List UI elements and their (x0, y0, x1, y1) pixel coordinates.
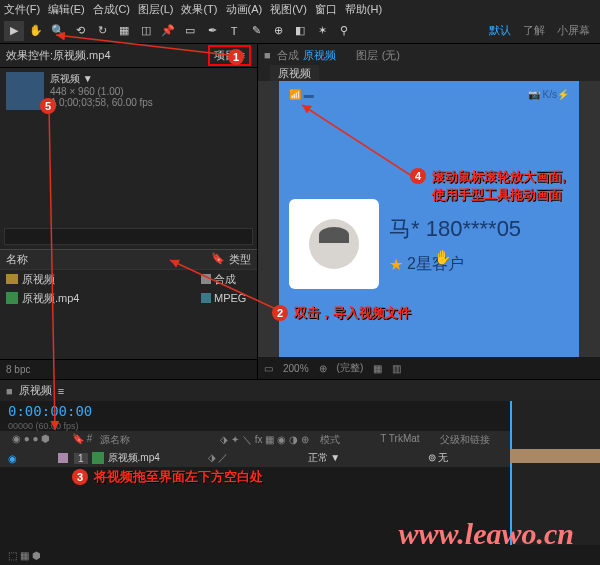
effect-controls-label: 效果控件:原视频.mp4 (6, 48, 111, 63)
shape-tool-icon[interactable]: ▭ (180, 21, 200, 41)
col-type[interactable]: 类型 (229, 252, 251, 267)
menu-comp[interactable]: 合成(C) (93, 2, 130, 17)
hand-tool-icon[interactable]: ✋ (26, 21, 46, 41)
viewer-res[interactable]: (完整) (337, 361, 364, 375)
project-tab[interactable]: 项目 ≡ (208, 45, 251, 66)
playhead[interactable] (510, 401, 512, 545)
viewer-grid-icon[interactable]: ▥ (392, 363, 401, 374)
col-number-icon[interactable]: 🔖 # (68, 433, 96, 447)
menu-file[interactable]: 文件(F) (4, 2, 40, 17)
col-parent[interactable]: 父级和链接 (436, 433, 494, 447)
col-source[interactable]: 源名称 (96, 433, 216, 447)
eraser-tool-icon[interactable]: ◧ (290, 21, 310, 41)
layer-clip[interactable] (510, 449, 600, 463)
project-item-comp[interactable]: 原视频 合成 (0, 270, 257, 289)
footage-icon (92, 452, 104, 464)
composition-viewer[interactable]: 📶 ▬📷 K/s⚡ 马* 180****05 ★2星客户 ✋ (258, 81, 600, 357)
col-name[interactable]: 名称 (6, 252, 211, 267)
toggle-switches-icon[interactable]: ⬚ ▦ ⬢ (8, 550, 41, 561)
workspace-small[interactable]: 小屏幕 (557, 23, 590, 38)
timeline-tab[interactable]: 原视频 (19, 383, 52, 398)
comp-icon (6, 274, 18, 284)
menu-help[interactable]: 帮助(H) (345, 2, 382, 17)
rotate-tool-icon[interactable]: ↻ (92, 21, 112, 41)
viewer-comp-label: 合成 (277, 48, 299, 63)
menu-view[interactable]: 视图(V) (270, 2, 307, 17)
zoom-tool-icon[interactable]: 🔍 (48, 21, 68, 41)
camera-tool-icon[interactable]: ▦ (114, 21, 134, 41)
menu-window[interactable]: 窗口 (315, 2, 337, 17)
menu-anim[interactable]: 动画(A) (226, 2, 263, 17)
orbit-tool-icon[interactable]: ⟲ (70, 21, 90, 41)
timeline-layer-row[interactable]: ◉ 1 原视频.mp4 ⬗ ／ 正常 ▼ ⊚ 无 (0, 449, 510, 467)
menu-layer[interactable]: 图层(L) (138, 2, 173, 17)
viewer-camera-icon[interactable]: ▦ (373, 363, 382, 374)
viewer-mask-icon[interactable]: ▭ (264, 363, 273, 374)
item-duration: Δ 0;00;03;58, 60.00 fps (50, 97, 153, 108)
viewer-zoom[interactable]: 200% (283, 363, 309, 374)
star-rating: ★2星客户 (389, 254, 464, 275)
viewer-time-icon[interactable]: ⊕ (319, 363, 327, 374)
pan-tool-icon[interactable]: ◫ (136, 21, 156, 41)
footage-icon (6, 292, 18, 304)
project-search-input[interactable] (4, 228, 253, 245)
timecode-sub: 00000 (60.00 fps) (0, 421, 510, 431)
text-tool-icon[interactable]: T (224, 21, 244, 41)
stamp-tool-icon[interactable]: ⊕ (268, 21, 288, 41)
item-name: 原视频 ▼ (50, 72, 153, 86)
timeline-track-area[interactable] (510, 401, 600, 545)
workspace-learn[interactable]: 了解 (523, 23, 545, 38)
selection-tool-icon[interactable]: ▶ (4, 21, 24, 41)
anchor-tool-icon[interactable]: 📌 (158, 21, 178, 41)
roto-tool-icon[interactable]: ✶ (312, 21, 332, 41)
item-thumbnail (6, 72, 44, 110)
viewer-layer-label: 图层 (356, 48, 378, 63)
hand-cursor-icon: ✋ (434, 249, 451, 265)
menu-effect[interactable]: 效果(T) (181, 2, 217, 17)
menu-edit[interactable]: 编辑(E) (48, 2, 85, 17)
col-trkmat[interactable]: T TrkMat (376, 433, 436, 447)
viewer-comp-name[interactable]: 原视频 (303, 48, 336, 63)
puppet-tool-icon[interactable]: ⚲ (334, 21, 354, 41)
avatar-image (289, 199, 379, 289)
viewer-tab[interactable]: 原视频 (270, 65, 319, 81)
layer-name[interactable]: 原视频.mp4 (108, 451, 208, 465)
item-dims: 448 × 960 (1.00) (50, 86, 153, 97)
project-footer-bpc[interactable]: 8 bpc (6, 364, 30, 375)
timeline-indicator-icon: ■ (6, 385, 13, 397)
viewer-layer-name: (无) (382, 48, 400, 63)
col-mode[interactable]: 模式 (316, 433, 376, 447)
pen-tool-icon[interactable]: ✒ (202, 21, 222, 41)
layer-mode[interactable]: 正常 ▼ (308, 451, 368, 465)
viewer-indicator-icon: ■ (264, 49, 271, 61)
brush-tool-icon[interactable]: ✎ (246, 21, 266, 41)
phone-text: 马* 180****05 (389, 214, 521, 244)
project-item-footage[interactable]: 原视频.mp4 MPEG (0, 289, 257, 308)
timecode[interactable]: 0:00:00:00 (8, 403, 92, 419)
workspace-default[interactable]: 默认 (489, 23, 511, 38)
